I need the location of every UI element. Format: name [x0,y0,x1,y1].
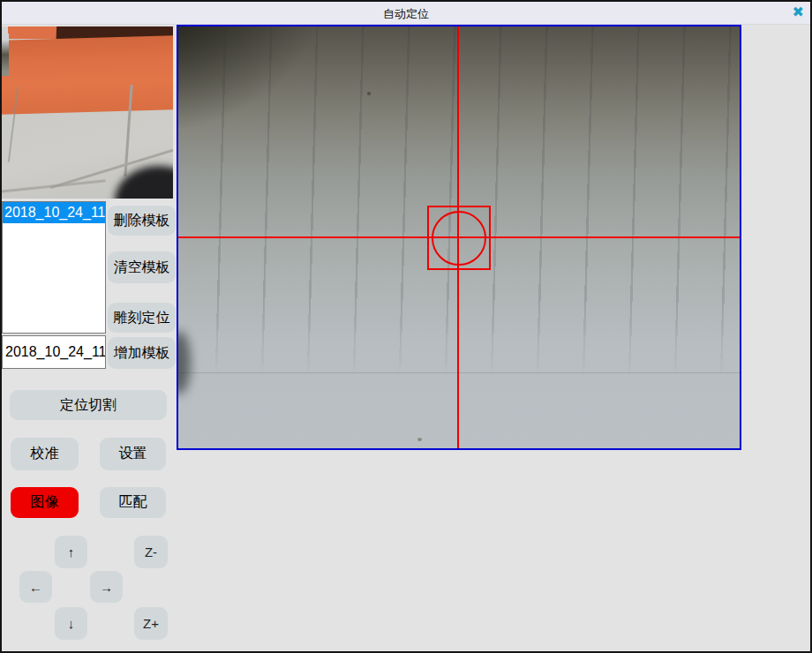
calibrate-button[interactable]: 校准 [11,438,79,470]
jog-z-minus-button[interactable]: Z- [134,536,168,568]
camera-stripe-fade [178,304,740,374]
template-list-item[interactable]: 2018_10_24_11 [3,202,105,223]
settings-button[interactable]: 设置 [100,438,166,470]
close-icon[interactable]: ✖ [793,4,804,21]
add-template-button[interactable]: 增加模板 [108,337,176,369]
camera-image [178,26,740,448]
jog-left-button[interactable]: ← [19,571,52,603]
match-button[interactable]: 匹配 [100,487,166,518]
window-title: 自动定位 [2,6,810,22]
jog-right-button[interactable]: → [90,571,123,603]
thumb-left-gray-patch [2,34,9,76]
thumb-orange-block [8,26,59,39]
jog-down-button[interactable]: ↓ [55,607,87,640]
jog-z-plus-button[interactable]: Z+ [134,607,168,640]
camera-viewport[interactable] [177,25,741,450]
image-button-active[interactable]: 图像 [11,487,79,518]
match-region-circle [432,211,486,266]
position-cut-button[interactable]: 定位切割 [10,390,167,420]
clear-templates-button[interactable]: 清空模板 [108,251,176,283]
delete-template-button[interactable]: 删除模板 [108,206,176,236]
engrave-position-button[interactable]: 雕刻定位 [108,303,176,333]
auto-position-window: 自动定位 ✖ 2018_10_24_11 删除模板 清空模板 雕刻定位 增加模板… [0,0,812,653]
camera-speck [417,438,422,441]
title-bar: 自动定位 ✖ [2,2,810,25]
template-name-input[interactable] [2,335,106,369]
template-list[interactable]: 2018_10_24_11 [2,201,106,334]
template-thumbnail-preview [2,26,173,199]
jog-up-button[interactable]: ↑ [55,536,87,568]
thumb-tile-grout-diagonal-2 [2,179,106,194]
camera-panel-seam [178,372,740,373]
camera-speck-2 [367,92,371,95]
thumb-orange-beam [2,35,173,115]
